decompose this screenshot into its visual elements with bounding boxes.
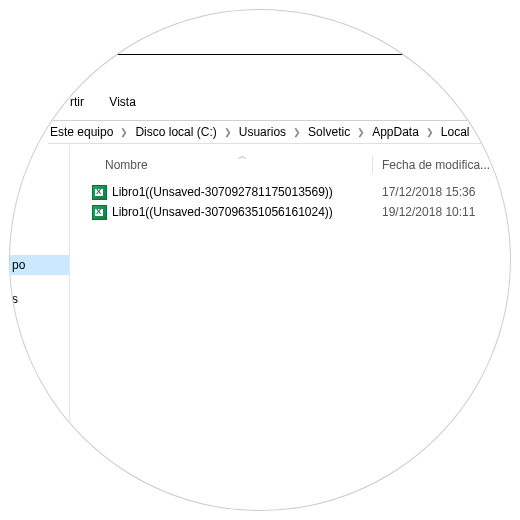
- sidebar-item[interactable]: s: [10, 289, 69, 309]
- chevron-right-icon: ❯: [293, 127, 301, 137]
- sort-asc-icon: ︿: [238, 150, 247, 163]
- list-item[interactable]: Libro1((Unsaved-307092781175013569)) 17/…: [70, 182, 510, 202]
- crumb-pc[interactable]: Este equipo: [50, 125, 113, 139]
- chevron-right-icon: ❯: [224, 127, 232, 137]
- column-headers: Nombre ︿ Fecha de modifica... Tipo: [70, 152, 510, 178]
- crumb-users[interactable]: Usuarios: [239, 125, 286, 139]
- sidebar-nav: o po s: [10, 145, 70, 510]
- chevron-right-icon: ❯: [120, 127, 128, 137]
- file-name: Libro1((Unsaved-307096351056161024)): [112, 205, 333, 219]
- chevron-right-icon: ❯: [357, 127, 365, 137]
- file-type: Hoja d: [508, 205, 510, 219]
- file-list: Libro1((Unsaved-307092781175013569)) 17/…: [70, 182, 510, 222]
- excel-file-icon: [92, 205, 107, 220]
- sidebar-item[interactable]: o: [10, 160, 69, 180]
- file-date: 19/12/2018 10:11: [382, 205, 475, 219]
- list-item[interactable]: Libro1((Unsaved-307096351056161024)) 19/…: [70, 202, 510, 222]
- column-type[interactable]: Tipo: [508, 158, 510, 172]
- chevron-right-icon: ❯: [426, 127, 434, 137]
- crumb-userfolder[interactable]: Solvetic: [308, 125, 350, 139]
- column-name[interactable]: Nombre: [105, 158, 148, 172]
- tab-view[interactable]: Vista: [109, 95, 135, 109]
- crumb-local[interactable]: Local: [441, 125, 470, 139]
- sidebar-item-selected[interactable]: po: [10, 255, 69, 275]
- crumb-drive[interactable]: Disco local (C:): [135, 125, 216, 139]
- file-name: Libro1((Unsaved-307092781175013569)): [112, 185, 333, 199]
- tab-share[interactable]: rtir: [70, 95, 84, 109]
- excel-file-icon: [92, 185, 107, 200]
- crumb-appdata[interactable]: AppData: [372, 125, 419, 139]
- file-date: 17/12/2018 15:36: [382, 185, 475, 199]
- file-type: Hoja d: [508, 185, 510, 199]
- ribbon-tabs: rtir Vista: [70, 95, 158, 109]
- column-date[interactable]: Fecha de modifica...: [382, 158, 490, 172]
- breadcrumb[interactable]: Este equipo ❯ Disco local (C:) ❯ Usuario…: [48, 120, 510, 144]
